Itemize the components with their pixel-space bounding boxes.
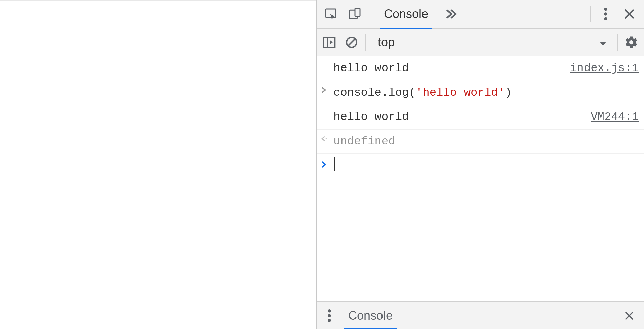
toolbar-divider [365, 34, 366, 51]
result-arrow-icon [320, 134, 333, 142]
code-paren: ) [505, 86, 512, 99]
console-toolbar: top [317, 29, 644, 56]
clear-console-button[interactable] [343, 34, 360, 51]
devtools-main-toolbar: Console [317, 0, 644, 29]
svg-point-3 [604, 8, 607, 11]
toolbar-divider [617, 34, 618, 51]
close-drawer-button[interactable] [620, 307, 638, 324]
svg-rect-2 [355, 8, 360, 16]
devtools-drawer: Console [317, 301, 644, 329]
chevron-right-icon [320, 85, 333, 94]
toolbar-divider [370, 6, 370, 22]
console-input-row: console.log('hello world') [317, 81, 644, 105]
devtools-panel: Console [316, 0, 644, 329]
context-label: top [378, 35, 395, 49]
svg-point-4 [604, 12, 607, 16]
drawer-menu-button[interactable] [323, 307, 336, 324]
console-result-row: undefined [317, 130, 644, 154]
svg-point-11 [328, 309, 331, 313]
device-toolbar-button[interactable] [346, 5, 364, 23]
toggle-console-sidebar-button[interactable] [321, 34, 338, 51]
drawer-tab-label: Console [348, 309, 393, 323]
close-devtools-button[interactable] [620, 5, 638, 23]
chevron-down-icon [599, 35, 607, 49]
drawer-tab-console[interactable]: Console [344, 302, 397, 329]
console-log-row: hello world VM244:1 [317, 105, 644, 130]
svg-rect-6 [324, 37, 335, 47]
browser-page-content [0, 0, 316, 329]
code-function: console.log( [333, 86, 416, 99]
svg-point-5 [604, 17, 607, 21]
log-message: hello world [333, 109, 587, 125]
svg-point-13 [328, 319, 331, 322]
console-settings-button[interactable] [622, 34, 640, 51]
input-code: console.log('hello world') [333, 85, 639, 101]
toolbar-divider [590, 6, 591, 22]
console-log-row: hello world index.js:1 [317, 56, 644, 81]
inspect-element-button[interactable] [323, 5, 340, 23]
svg-line-9 [348, 39, 355, 46]
row-spacer [320, 109, 333, 110]
log-source-link[interactable]: VM244:1 [587, 109, 639, 125]
devtools-menu-button[interactable] [597, 5, 614, 23]
execution-context-selector[interactable]: top [372, 32, 612, 52]
tab-console[interactable]: Console [376, 0, 436, 29]
svg-point-10 [326, 138, 327, 139]
svg-point-12 [328, 314, 331, 317]
log-source-link[interactable]: index.js:1 [566, 60, 639, 77]
console-output[interactable]: hello world index.js:1 console.log('hell… [317, 56, 644, 301]
more-tabs-button[interactable] [442, 5, 459, 23]
tab-label: Console [384, 7, 428, 21]
chevron-right-icon [320, 159, 333, 168]
code-string: 'hello world' [416, 86, 505, 99]
log-message: hello world [333, 60, 566, 77]
row-spacer [320, 60, 333, 62]
text-cursor [334, 157, 335, 171]
result-value: undefined [333, 134, 639, 150]
console-prompt[interactable] [317, 154, 644, 174]
